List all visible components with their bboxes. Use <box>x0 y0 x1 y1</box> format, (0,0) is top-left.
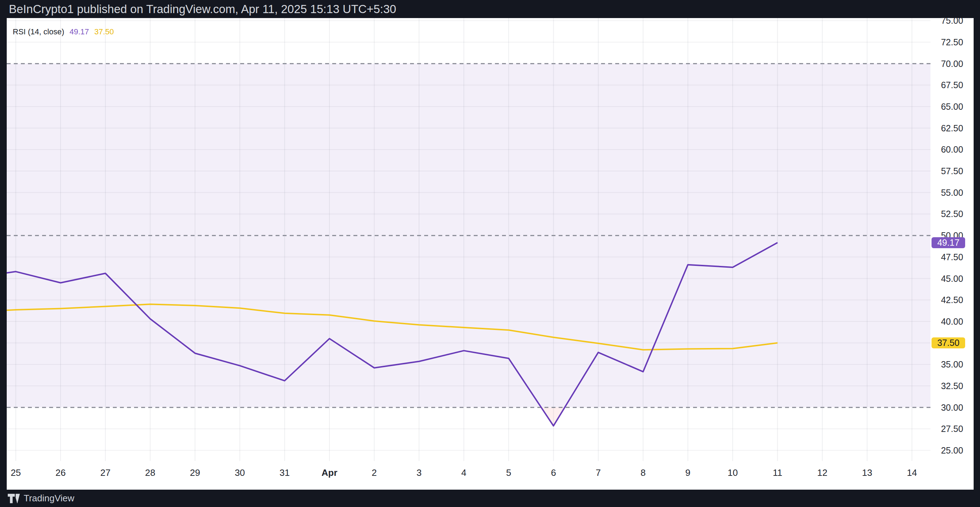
y-axis-label: 62.50 <box>931 123 974 133</box>
y-axis-label: 57.50 <box>931 166 974 176</box>
y-axis-label: 75.00 <box>931 16 974 26</box>
x-axis-label: 3 <box>403 467 435 478</box>
x-axis-label: 14 <box>896 467 928 478</box>
x-axis-label: 9 <box>672 467 704 478</box>
rsi-value-badge: 49.17 <box>932 237 965 248</box>
y-axis-label: 35.00 <box>931 359 974 369</box>
footer-bar: TradingView <box>0 489 980 507</box>
y-axis-label: 25.00 <box>931 445 974 455</box>
tradingview-rsi-screenshot: BeInCrypto1 published on TradingView.com… <box>0 0 980 507</box>
x-axis-label: Apr <box>313 467 345 478</box>
rsi-chart-canvas[interactable] <box>0 0 980 507</box>
x-axis-label: 6 <box>538 467 569 478</box>
x-axis-label: 13 <box>851 467 883 478</box>
x-axis-label: 8 <box>627 467 659 478</box>
oversold-highlight <box>541 408 565 426</box>
y-axis-label: 27.50 <box>931 424 974 434</box>
x-axis-label: 31 <box>269 467 301 478</box>
y-axis-label: 72.50 <box>931 37 974 47</box>
x-axis-label: 30 <box>224 467 256 478</box>
x-axis-label: 25 <box>0 467 32 478</box>
legend-ma-value: 37.50 <box>94 27 114 37</box>
y-axis-label: 42.50 <box>931 295 974 305</box>
ma-value-badge: 37.50 <box>932 337 965 348</box>
y-axis-label: 45.00 <box>931 274 974 284</box>
y-axis-label: 70.00 <box>931 59 974 69</box>
y-axis-label: 60.00 <box>931 145 974 155</box>
legend-rsi-value: 49.17 <box>70 27 89 37</box>
y-axis-label: 67.50 <box>931 80 974 90</box>
y-axis-label: 40.00 <box>931 317 974 327</box>
y-axis-label: 65.00 <box>931 102 974 112</box>
x-axis-label: 4 <box>448 467 480 478</box>
x-axis-label: 26 <box>45 467 76 478</box>
y-axis-label: 32.50 <box>931 381 974 391</box>
indicator-legend: RSI (14, close) 49.17 37.50 <box>13 27 114 37</box>
x-axis-label: 27 <box>89 467 121 478</box>
x-axis-label: 12 <box>806 467 838 478</box>
indicator-title[interactable]: RSI (14, close) <box>13 27 64 37</box>
x-axis-label: 10 <box>717 467 749 478</box>
x-axis-label: 2 <box>358 467 390 478</box>
tradingview-brand-text[interactable]: TradingView <box>24 493 74 504</box>
x-axis-label: 5 <box>493 467 525 478</box>
tradingview-logo-icon[interactable] <box>8 493 20 504</box>
x-axis-label: 29 <box>179 467 211 478</box>
x-axis-label: 11 <box>762 467 794 478</box>
x-axis-label: 7 <box>582 467 614 478</box>
x-axis-label: 28 <box>134 467 166 478</box>
y-axis-label: 47.50 <box>931 252 974 262</box>
y-axis-label: 30.00 <box>931 403 974 413</box>
y-axis-label: 55.00 <box>931 188 974 198</box>
y-axis-label: 52.50 <box>931 209 974 219</box>
